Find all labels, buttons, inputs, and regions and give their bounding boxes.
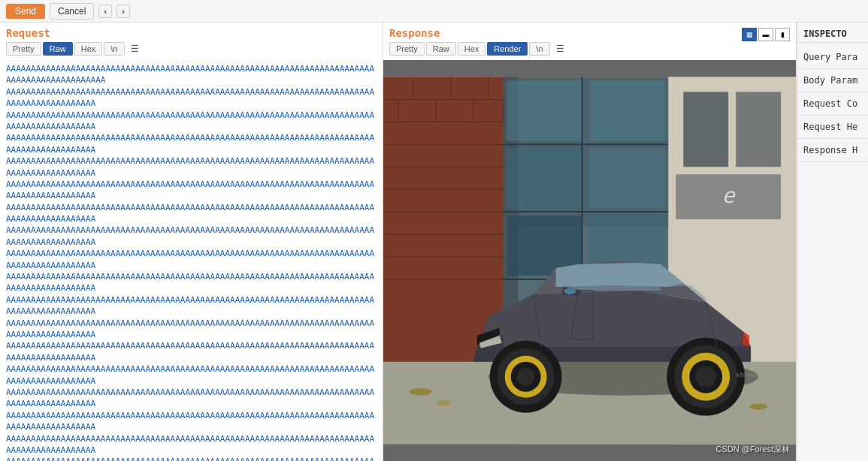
tab-raw-request[interactable]: Raw xyxy=(43,42,73,56)
svg-point-36 xyxy=(410,388,432,396)
car-render-image: e xyxy=(383,60,796,461)
request-format-tabs: Pretty Raw Hex \n ☰ xyxy=(6,42,377,56)
inspector-item-request-cookies[interactable]: Request Co xyxy=(797,92,868,116)
request-body-text: AAAAAAAAAAAAAAAAAAAAAAAAAAAAAAAAAAAAAAAA… xyxy=(6,63,377,461)
inspector-item-query-params[interactable]: Query Para xyxy=(797,46,868,69)
response-panel: Response ▦ ▬ ▮ Pretty Raw Hex Render \n … xyxy=(383,23,797,461)
request-body[interactable]: AAAAAAAAAAAAAAAAAAAAAAAAAAAAAAAAAAAAAAAA… xyxy=(0,60,383,461)
cancel-button[interactable]: Cancel xyxy=(50,3,94,20)
svg-rect-23 xyxy=(590,148,665,208)
request-header: Request Pretty Raw Hex \n ☰ xyxy=(0,23,383,60)
svg-rect-21 xyxy=(590,80,665,140)
svg-rect-31 xyxy=(683,92,728,167)
svg-rect-20 xyxy=(507,80,582,140)
svg-point-51 xyxy=(564,288,576,294)
tab-pretty-response[interactable]: Pretty xyxy=(389,42,425,56)
svg-text:e: e xyxy=(722,183,736,208)
inspector-item-body-params[interactable]: Body Param xyxy=(797,69,868,92)
svg-point-38 xyxy=(749,404,767,410)
tab-newline-response[interactable]: \n xyxy=(529,42,549,56)
response-title: Response xyxy=(389,27,440,39)
inspector-item-response-headers[interactable]: Response H xyxy=(797,139,868,162)
nav-back-button[interactable]: ‹ xyxy=(98,5,112,18)
view-icon-col[interactable]: ▮ xyxy=(775,28,790,41)
send-button[interactable]: Send xyxy=(6,4,45,19)
response-image-area: e xyxy=(383,60,796,461)
inspector-title: INSPECTO xyxy=(803,29,847,39)
tab-hex-response[interactable]: Hex xyxy=(458,42,486,56)
view-toggle-icons: ▦ ▬ ▮ xyxy=(742,28,790,41)
inspector-panel: INSPECTO Query Para Body Param Request C… xyxy=(797,23,868,461)
svg-point-45 xyxy=(517,368,535,386)
response-header-bar: Response ▦ ▬ ▮ Pretty Raw Hex Render \n … xyxy=(383,23,796,60)
inspector-item-request-headers[interactable]: Request He xyxy=(797,116,868,139)
tab-pretty-request[interactable]: Pretty xyxy=(6,42,41,56)
svg-point-50 xyxy=(695,366,716,387)
tab-hex-request[interactable]: Hex xyxy=(74,42,103,56)
main-content: Request Pretty Raw Hex \n ☰ AAAAAAAAAAAA… xyxy=(0,23,868,461)
nav-forward-button[interactable]: › xyxy=(116,5,130,18)
svg-text:stormx: stormx xyxy=(736,372,758,378)
svg-point-37 xyxy=(436,400,451,406)
request-title: Request xyxy=(6,27,377,39)
watermark-text: CSDN @Forest深林 xyxy=(715,444,790,455)
inspector-title-bar: INSPECTO xyxy=(797,23,868,43)
toolbar: Send Cancel ‹ › xyxy=(0,0,868,23)
response-format-tabs: Pretty Raw Hex Render \n ☰ xyxy=(389,42,790,56)
menu-icon-request[interactable]: ☰ xyxy=(126,42,144,56)
svg-rect-22 xyxy=(507,148,582,208)
svg-rect-32 xyxy=(736,92,781,167)
tab-raw-response[interactable]: Raw xyxy=(426,42,456,56)
tab-render-response[interactable]: Render xyxy=(487,42,528,56)
request-panel: Request Pretty Raw Hex \n ☰ AAAAAAAAAAAA… xyxy=(0,23,383,461)
view-icon-grid[interactable]: ▦ xyxy=(742,28,757,41)
menu-icon-response[interactable]: ☰ xyxy=(552,42,569,56)
tab-newline-request[interactable]: \n xyxy=(104,42,124,56)
view-icon-list[interactable]: ▬ xyxy=(758,28,773,41)
inspector-items-list: Query Para Body Param Request Co Request… xyxy=(797,43,868,165)
